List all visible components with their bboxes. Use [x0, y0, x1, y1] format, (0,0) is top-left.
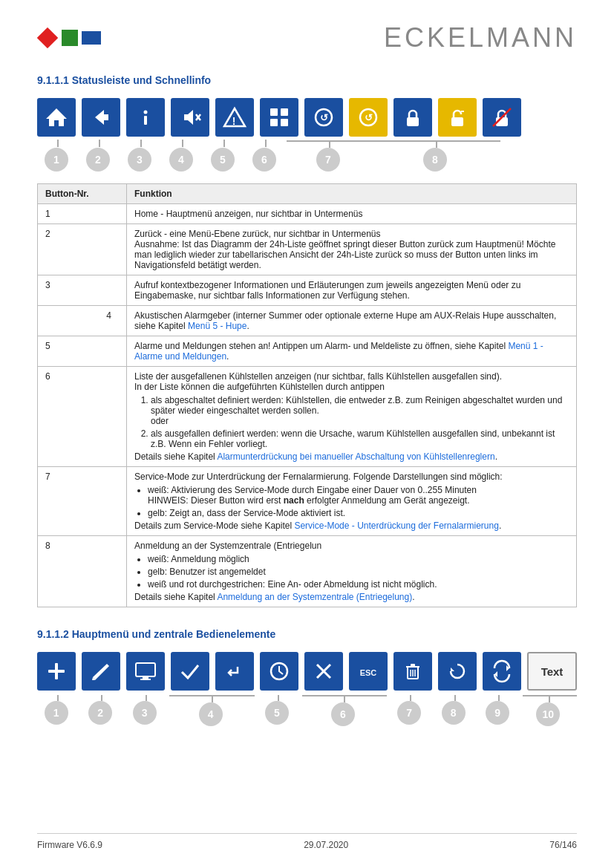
section2-icon-bar: ESC: [37, 652, 577, 691]
table-row: 5 Alarme und Meldungen stehen an! Antipp…: [38, 336, 577, 367]
svg-rect-6: [144, 116, 147, 125]
num2-badge-6: 6: [331, 702, 355, 726]
icon2-delete[interactable]: [393, 652, 432, 691]
row-func-2: Zurück - eine Menü-Ebene zurück, nur sic…: [127, 224, 577, 275]
brand-name: ECKELMANN: [384, 22, 577, 53]
num2-badge-5: 5: [265, 701, 289, 725]
svg-text:ESC: ESC: [360, 668, 377, 677]
row-num-6: 6: [38, 367, 127, 467]
icon2-text[interactable]: Text: [527, 652, 577, 691]
row-num-5: 5: [38, 336, 127, 367]
row-num-2: 2: [38, 224, 127, 275]
row-func-5: Alarme und Meldungen stehen an! Antippen…: [127, 336, 577, 367]
table-row: 8 Anmeldung an der Systemzentrale (Entri…: [38, 536, 577, 607]
link-menu5[interactable]: Menü 5 - Hupe: [188, 321, 246, 331]
row-func-3: Aufruf kontextbezogener Informationen un…: [127, 275, 577, 306]
icon-group-1: [37, 98, 79, 137]
icon-back[interactable]: [82, 98, 120, 137]
icon-lock-closed[interactable]: [393, 98, 432, 137]
icon2-add[interactable]: [37, 652, 76, 691]
icon2-cancel[interactable]: [304, 652, 343, 691]
row-func-7: Service-Mode zur Unterdrückung der Ferna…: [127, 467, 577, 536]
svg-text:!: !: [232, 115, 236, 127]
icon-alarm[interactable]: !: [215, 98, 254, 137]
section2-title: 9.1.1.2 Hauptmenü und zentrale Bedienele…: [37, 628, 577, 642]
num-badge-4: 4: [169, 148, 193, 172]
svg-rect-1: [62, 30, 78, 46]
svg-rect-30: [140, 679, 151, 680]
table-row: 1 Home - Hauptmenü anzeigen, nur sichtba…: [38, 204, 577, 224]
icon-service-yellow[interactable]: ↺: [349, 98, 388, 137]
icon2-history[interactable]: [260, 652, 298, 691]
icon-group-6-sec2: ESC: [304, 652, 391, 691]
icon2-enter[interactable]: [215, 652, 254, 691]
num-badge-3: 3: [128, 148, 151, 172]
link-login[interactable]: Anmeldung an der Systemzentrale (Entrieg…: [217, 592, 412, 602]
icon-group-5: !: [215, 98, 257, 137]
table-row: 4 Akustischen Alarmgeber (interner Summe…: [38, 306, 577, 336]
icon-group-5-sec2: [260, 652, 301, 691]
svg-text:↺: ↺: [320, 112, 328, 123]
num2-badge-7: 7: [397, 701, 421, 725]
icon-home[interactable]: [37, 98, 76, 137]
num2-badge-4: 4: [199, 702, 223, 726]
num-badge-6: 6: [252, 148, 276, 172]
icon-group-3: [126, 98, 168, 137]
num-badge-5: 5: [211, 148, 235, 172]
icon2-esc[interactable]: ESC: [349, 652, 388, 691]
icon-group-7: ↺ ↺: [304, 98, 391, 137]
section2: 9.1.1.2 Hauptmenü und zentrale Bedienele…: [37, 628, 577, 726]
table-header-num: Button-Nr.: [38, 184, 127, 204]
num2-badge-10: 10: [536, 702, 560, 726]
row-num-7: 7: [38, 467, 127, 536]
num2-badge-1: 1: [45, 701, 68, 725]
row-func-8: Anmeldung an der Systemzentrale (Entrieg…: [127, 536, 577, 607]
section1-number-row: 1 2 3 4 5 6: [37, 140, 577, 172]
svg-rect-13: [281, 108, 288, 116]
icon2-sync[interactable]: [483, 652, 521, 691]
svg-rect-2: [82, 31, 101, 45]
svg-rect-14: [270, 119, 278, 126]
table-row: 6 Liste der ausgefallenen Kühlstellen an…: [38, 367, 577, 467]
svg-rect-29: [143, 676, 148, 679]
icon-group-6: [260, 98, 301, 137]
num2-badge-3: 3: [133, 701, 157, 725]
svg-rect-15: [281, 119, 288, 126]
icon2-display[interactable]: [126, 652, 165, 691]
row-func-1: Home - Hauptmenü anzeigen, nur sichtbar …: [127, 204, 577, 224]
icon-lock-open[interactable]: [438, 98, 477, 137]
row-num-8: 8: [38, 536, 127, 607]
num-badge-2: 2: [86, 148, 110, 172]
footer-page: 76/146: [549, 840, 577, 850]
num2-badge-9: 9: [486, 701, 509, 725]
icon-lock-strikethrough[interactable]: [483, 98, 521, 137]
icon-service-white[interactable]: ↺: [304, 98, 343, 137]
logo-diamond-red: [37, 27, 58, 48]
info-table: Button-Nr. Funktion 1 Home - Hauptmenü a…: [37, 183, 577, 607]
link-menu1[interactable]: Menü 1 - Alarme und Meldungen: [134, 341, 543, 362]
footer-firmware: Firmware V6.6.9: [37, 840, 102, 850]
num2-badge-2: 2: [88, 701, 112, 725]
num-badge-8: 8: [423, 148, 447, 172]
section1-title: 9.1.1.1 Statusleiste und Schnellinfo: [37, 74, 577, 88]
icon2-checkmark[interactable]: [171, 652, 209, 691]
footer-date: 29.07.2020: [304, 840, 348, 850]
icon-mute[interactable]: [171, 98, 209, 137]
link-service-mode[interactable]: Service-Mode - Unterdrückung der Fernala…: [294, 521, 498, 531]
row-num-1: 1: [38, 204, 127, 224]
svg-rect-21: [451, 117, 463, 126]
svg-marker-3: [46, 108, 67, 126]
icon2-edit[interactable]: [82, 652, 120, 691]
icon-grid[interactable]: [260, 98, 298, 137]
icon-group-8: [393, 98, 524, 137]
icon-group-4-sec2: [171, 652, 257, 691]
row-num-4: 4: [38, 306, 127, 336]
num-badge-1: 1: [45, 148, 68, 172]
link-alarm-suppression[interactable]: Alarmunterdrückung bei manueller Abschal…: [217, 451, 494, 462]
svg-rect-28: [136, 663, 155, 676]
icon2-reload[interactable]: [438, 652, 477, 691]
row-func-6: Liste der ausgefallenen Kühlstellen anze…: [127, 367, 577, 467]
table-row: 7 Service-Mode zur Unterdrückung der Fer…: [38, 467, 577, 536]
table-header-func: Funktion: [127, 184, 577, 204]
icon-info[interactable]: [126, 98, 165, 137]
